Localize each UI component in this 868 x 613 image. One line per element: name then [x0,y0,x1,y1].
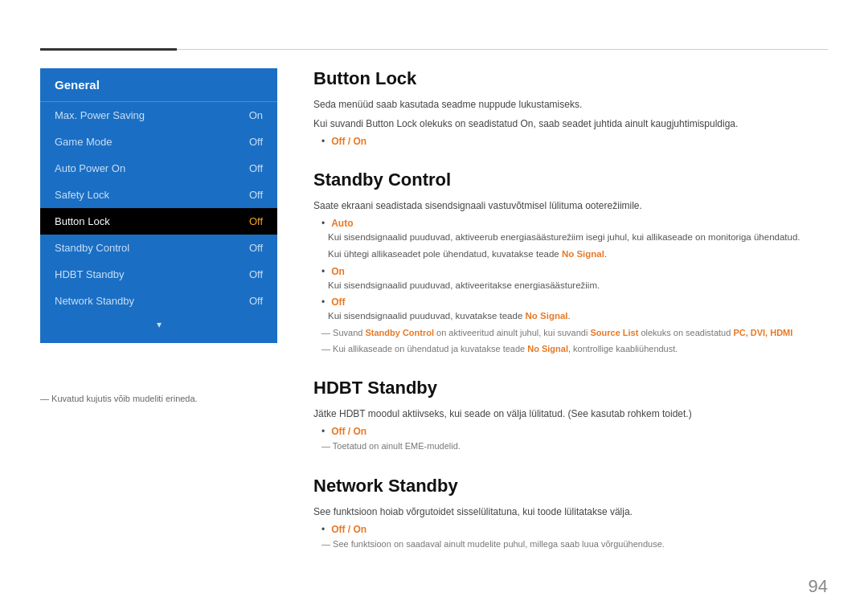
sidebar-item-label: Auto Power On [55,162,125,174]
top-line-separator [177,49,828,50]
bullet-dot: • [321,296,325,308]
bullet-body: Kui sisendsignaalid puuduvad, kuvatakse … [328,309,828,323]
section-desc2-button-lock: Kui suvandi Button Lock olekuks on seadi… [313,116,828,131]
top-line-accent [40,48,177,51]
sidebar-item-value: Off [249,136,263,148]
bullet-item-network-standby-0: • Off / On [321,524,828,535]
bullet-item-standby-control-0: • Auto [321,218,828,229]
section-title-standby-control: Standby Control [313,170,828,190]
sidebar-title: General [40,68,277,102]
sidebar-item-value: Off [249,162,263,174]
bullet-label: Off / On [331,524,366,535]
sidebar-item-label: Safety Lock [55,189,109,201]
section-button-lock: Button LockSeda menüüd saab kasutada sea… [313,68,828,147]
section-network-standby: Network StandbySee funktsioon hoiab võrg… [313,476,828,551]
bullet-item-hdbt-standby-0: • Off / On [321,426,828,437]
sidebar-item-label: Game Mode [55,136,113,148]
bullet-label: Off [331,296,345,308]
bullet-dot: • [321,426,325,437]
bullet-dot: • [321,136,325,147]
bullet-item-button-lock-0: • Off / On [321,136,828,147]
sidebar: General Max. Power SavingOnGame ModeOffA… [40,68,277,343]
bullet-label: On [331,266,345,277]
sidebar-item-label: Max. Power Saving [55,109,145,121]
sidebar-item-label: Button Lock [55,215,110,227]
sidebar-item-safety-lock[interactable]: Safety LockOff [40,182,277,208]
sidebar-item-value: Off [249,189,263,201]
sidebar-item-game-mode[interactable]: Game ModeOff [40,129,277,155]
sidebar-item-label: Standby Control [55,242,129,254]
page-number: 94 [809,576,828,597]
bullet-body: Kui ühtegi allikaseadet pole ühendatud, … [328,247,828,261]
sidebar-item-standby-control[interactable]: Standby ControlOff [40,235,277,261]
top-lines [40,48,828,51]
bullet-dot: • [321,524,325,535]
sidebar-item-hdbt-standby[interactable]: HDBT StandbyOff [40,261,277,288]
sidebar-item-label: HDBT Standby [55,268,124,280]
section-title-network-standby: Network Standby [313,476,828,497]
bullet-label: Off / On [331,426,366,437]
sidebar-item-value: Off [249,242,263,254]
section-hdbt-standby: HDBT StandbyJätke HDBT moodul aktiivseks… [313,378,828,453]
section-standby-control: Standby ControlSaate ekraani seadistada … [313,170,828,355]
main-content: Button LockSeda menüüd saab kasutada sea… [313,68,828,573]
bullet-item-standby-control-1: • On [321,266,828,277]
section-desc1-hdbt-standby: Jätke HDBT moodul aktiivseks, kui seade … [313,407,828,421]
sidebar-item-value: Off [249,268,263,280]
note-line-standby-control-1: Kui allikaseade on ühendatud ja kuvataks… [321,342,828,356]
sidebar-item-auto-power-on[interactable]: Auto Power OnOff [40,155,277,182]
section-desc1-network-standby: See funktsioon hoiab võrgutoidet sisselü… [313,505,828,519]
note-line-standby-control-0: Suvand Standby Control on aktiveeritud a… [321,326,828,340]
sidebar-item-value: Off [249,295,263,307]
bullet-body: Kui sisendsignaalid puuduvad, aktiveerit… [328,279,828,292]
bullet-label: Off / On [331,136,366,147]
sidebar-item-label: Network Standby [55,295,134,307]
sidebar-item-button-lock[interactable]: Button LockOff [40,208,277,235]
sidebar-item-value: Off [249,215,263,227]
sidebar-item-max.-power-saving[interactable]: Max. Power SavingOn [40,102,277,129]
sidebar-footnote: ― Kuvatud kujutis võib mudeliti erineda. [40,394,198,403]
section-title-hdbt-standby: HDBT Standby [313,378,828,398]
bullet-label: Auto [331,218,353,229]
bullet-dot: • [321,218,325,229]
bullet-dot: • [321,266,325,277]
section-desc1-standby-control: Saate ekraani seadistada sisendsignaali … [313,198,828,213]
sidebar-item-value: On [249,109,263,121]
section-desc1-button-lock: Seda menüüd saab kasutada seadme nuppude… [313,97,828,112]
sidebar-scroll-arrow[interactable]: ▾ [40,314,277,335]
sidebar-item-network-standby[interactable]: Network StandbyOff [40,288,277,314]
note-line-network-standby-0: See funktsioon on saadaval ainult mudeli… [321,537,828,551]
bullet-body: Kui sisendsignaalid puuduvad, aktiveerub… [328,231,828,244]
section-title-button-lock: Button Lock [313,68,828,89]
note-line-hdbt-standby-0: Toetatud on ainult EME-mudelid. [321,439,828,453]
bullet-item-standby-control-2: • Off [321,296,828,308]
